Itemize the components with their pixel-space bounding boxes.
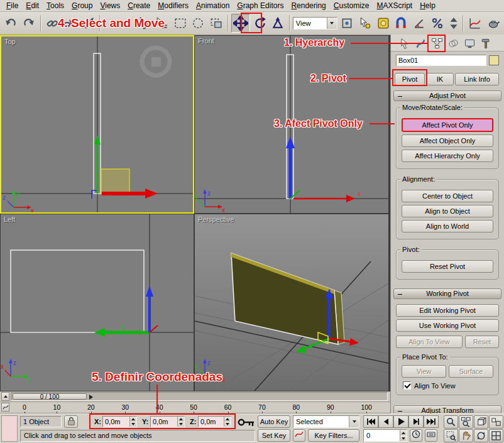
move-gizmo-left[interactable]: y bbox=[94, 286, 158, 337]
next-frame-button[interactable] bbox=[408, 415, 424, 428]
tab-display[interactable] bbox=[463, 36, 477, 51]
timeline-splitter-button[interactable] bbox=[1, 392, 9, 401]
zoom-button[interactable] bbox=[444, 415, 458, 429]
tab-link-info[interactable]: Link Info bbox=[455, 73, 499, 85]
align-to-view-button[interactable]: Align To View bbox=[396, 336, 463, 348]
viewport-left-label[interactable]: Left bbox=[4, 216, 15, 223]
tab-utilities[interactable] bbox=[479, 36, 493, 51]
object-name-field[interactable]: Box01 bbox=[396, 55, 486, 66]
auto-key-button[interactable]: Auto Key bbox=[258, 415, 290, 428]
move-gizmo-front[interactable]: x bbox=[286, 136, 361, 202]
circular-selection-region-button[interactable] bbox=[190, 14, 207, 33]
tab-create[interactable] bbox=[397, 36, 412, 51]
tab-hierarchy[interactable] bbox=[430, 36, 444, 51]
rollout-working-pivot[interactable]: Working Pivot bbox=[393, 288, 501, 299]
tab-pivot[interactable]: Pivot bbox=[395, 73, 425, 85]
menu-rendering[interactable]: Rendering bbox=[287, 1, 329, 10]
tab-modify[interactable] bbox=[414, 36, 428, 51]
reset-button[interactable]: Reset bbox=[465, 336, 499, 348]
percent-snap-toggle-button[interactable] bbox=[429, 14, 446, 33]
undo-button[interactable] bbox=[3, 14, 19, 33]
affect-pivot-only-button[interactable]: Affect Pivot Only bbox=[402, 118, 493, 132]
menu-maxscript[interactable]: MAXScript bbox=[373, 1, 417, 10]
menu-group[interactable]: Group bbox=[68, 1, 96, 10]
maximize-viewport-toggle-button[interactable] bbox=[489, 429, 503, 442]
menu-animation[interactable]: Animation bbox=[192, 1, 233, 10]
menu-tools[interactable]: Tools bbox=[43, 1, 68, 10]
dropdown-arrow-icon[interactable] bbox=[327, 18, 337, 29]
material-editor-button[interactable] bbox=[375, 14, 392, 33]
redo-button[interactable] bbox=[21, 14, 38, 33]
y-coordinate-value[interactable]: 0,0m bbox=[151, 417, 177, 427]
curve-editor-button[interactable] bbox=[466, 14, 483, 33]
play-button[interactable] bbox=[393, 415, 408, 428]
arc-rotate-button[interactable] bbox=[474, 429, 488, 442]
tab-ik[interactable]: IK bbox=[426, 73, 454, 85]
view-button[interactable]: View bbox=[402, 365, 446, 378]
box-object-perspective[interactable] bbox=[231, 253, 344, 344]
menu-edit[interactable]: Edit bbox=[22, 1, 43, 10]
surface-button[interactable]: Surface bbox=[449, 365, 493, 378]
box-object-outline-left[interactable] bbox=[11, 250, 144, 332]
viewport-top[interactable]: Top bbox=[0, 35, 194, 214]
tab-motion[interactable] bbox=[446, 36, 461, 51]
use-working-pivot-button[interactable]: Use Working Pivot bbox=[396, 319, 499, 332]
center-to-object-button[interactable]: Center to Object bbox=[402, 190, 493, 202]
render-setup-button[interactable] bbox=[485, 14, 501, 33]
affect-hierarchy-only-button[interactable]: Affect Hierarchy Only bbox=[402, 150, 493, 162]
dropdown-arrow-icon[interactable] bbox=[349, 416, 359, 427]
current-frame-field[interactable]: 0 bbox=[363, 429, 407, 442]
select-and-manipulate-button[interactable] bbox=[356, 14, 373, 33]
x-coordinate-field[interactable]: 0,0m bbox=[102, 416, 137, 427]
key-filter-dropdown[interactable]: Selected bbox=[293, 415, 359, 428]
zoom-all-button[interactable] bbox=[459, 415, 473, 429]
key-mode-toggle[interactable] bbox=[238, 416, 255, 429]
use-pivot-point-center-button[interactable] bbox=[339, 14, 356, 33]
time-slider-next-arrow[interactable] bbox=[89, 395, 93, 400]
default-in-out-tangents-button[interactable] bbox=[293, 429, 305, 442]
current-frame-value[interactable]: 0 bbox=[364, 430, 400, 441]
viewport-front-label[interactable]: Front bbox=[198, 37, 214, 45]
object-color-swatch[interactable] bbox=[489, 55, 499, 65]
rollout-adjust-pivot[interactable]: Adjust Pivot bbox=[393, 90, 501, 101]
mini-curve-editor-button[interactable] bbox=[1, 403, 9, 412]
previous-frame-button[interactable] bbox=[378, 415, 393, 428]
reference-coordinate-system-dropdown[interactable]: View bbox=[293, 17, 337, 30]
zoom-region-button[interactable] bbox=[444, 429, 458, 442]
z-coordinate-field[interactable]: 0,0m bbox=[198, 416, 231, 427]
menu-help[interactable]: Help bbox=[416, 1, 439, 10]
menu-file[interactable]: File bbox=[3, 1, 22, 10]
align-to-object-button[interactable]: Align to Object bbox=[402, 205, 493, 217]
viewport-perspective[interactable]: Perspective bbox=[195, 214, 388, 391]
left-viewport-canvas[interactable]: y z y x bbox=[1, 214, 194, 391]
keyboard-shortcut-override-button[interactable] bbox=[425, 429, 437, 442]
time-slider-track[interactable]: 0 / 100 bbox=[11, 392, 388, 401]
spinner-snap-toggle-button[interactable] bbox=[447, 14, 460, 33]
select-and-rotate-button[interactable] bbox=[251, 14, 268, 33]
menu-views[interactable]: Views bbox=[96, 1, 124, 10]
x-spinner[interactable] bbox=[129, 417, 136, 427]
menu-create[interactable]: Create bbox=[124, 1, 154, 10]
top-viewport-canvas[interactable]: y x z bbox=[1, 36, 193, 212]
z-spinner[interactable] bbox=[224, 417, 231, 427]
set-key-button[interactable]: Set Key bbox=[258, 429, 290, 442]
time-configuration-button[interactable] bbox=[410, 429, 422, 442]
frame-spinner[interactable] bbox=[400, 430, 407, 441]
menu-customize[interactable]: Customize bbox=[330, 1, 373, 10]
select-and-move-button[interactable] bbox=[231, 14, 251, 33]
window-crossing-toggle-button[interactable] bbox=[208, 14, 225, 33]
time-slider-handle[interactable]: 0 / 100 bbox=[13, 393, 87, 400]
mini-track-panel[interactable] bbox=[1, 415, 18, 442]
viewport-left[interactable]: Left y bbox=[1, 214, 194, 391]
affect-object-only-button[interactable]: Affect Object Only bbox=[402, 134, 493, 147]
menu-graph-editors[interactable]: Graph Editors bbox=[233, 1, 287, 10]
rectangular-selection-region-button[interactable] bbox=[172, 14, 189, 33]
zoom-extents-all-button[interactable] bbox=[489, 415, 503, 429]
menu-modifiers[interactable]: Modifiers bbox=[154, 1, 192, 10]
perspective-viewport-canvas[interactable]: y z x y bbox=[195, 214, 388, 391]
pan-button[interactable] bbox=[459, 429, 473, 442]
viewport-perspective-label[interactable]: Perspective bbox=[198, 216, 234, 223]
snaps-toggle-button[interactable] bbox=[393, 14, 410, 33]
align-to-view-checkbox[interactable] bbox=[403, 381, 411, 390]
track-bar[interactable]: 0 10 20 30 40 50 60 70 80 90 100 bbox=[0, 402, 390, 413]
